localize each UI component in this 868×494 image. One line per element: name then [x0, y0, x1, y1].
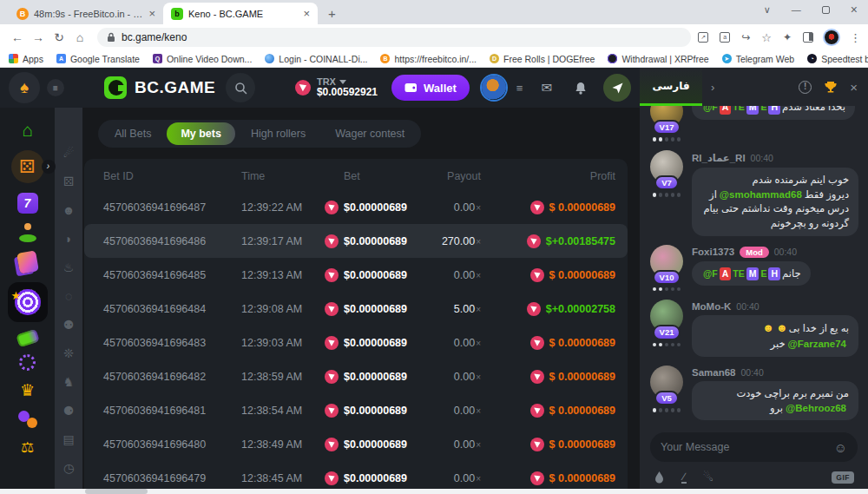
bookmark-item[interactable]: ➤ Telegram Web	[722, 54, 795, 64]
table-row[interactable]: 45706036941696485 12:39:13 AM $0.0000068…	[84, 258, 628, 292]
bookmark-item[interactable]: D Free Rolls | DOGEfree	[490, 54, 595, 64]
bell-icon[interactable]	[575, 82, 587, 95]
table-row[interactable]: 45706036941696484 12:39:08 AM $0.0000068…	[84, 292, 628, 326]
tab-close-icon[interactable]: ×	[303, 7, 310, 20]
bookmark-item[interactable]: Q Online Video Down...	[153, 54, 252, 64]
browser-tab-freebitco[interactable]: B 48m:9s - FreeBitco.in - Win free l ×	[9, 3, 163, 24]
translate-icon[interactable]: a	[720, 32, 730, 43]
browser-menu-icon[interactable]: ⋮	[850, 31, 861, 44]
bookmark-item[interactable]: ◔ Speedtest by Ookla...	[807, 54, 868, 64]
bookmark-item[interactable]: A Google Translate	[56, 54, 140, 64]
chat-username[interactable]: Foxi1373	[692, 247, 734, 257]
splash-icon[interactable]: ♨	[63, 260, 75, 274]
bomb-icon[interactable]: ⚈	[63, 404, 75, 418]
horizontal-scrollbar[interactable]	[0, 489, 868, 494]
chat-toggle-button[interactable]	[603, 74, 631, 102]
chat-username[interactable]: Saman68	[692, 367, 736, 378]
table-row[interactable]: 45706036941696482 12:38:59 AM $0.0000068…	[84, 359, 628, 393]
bookmark-item[interactable]: Login - COINALL-Di...	[265, 54, 367, 64]
user-mention-tiles[interactable]: @FATEMEH	[703, 267, 780, 280]
bookmark-star-icon[interactable]: ☆	[761, 31, 772, 44]
back-button[interactable]: ←	[7, 30, 28, 44]
table-row[interactable]: 45706036941696487 12:39:22 AM $0.0000068…	[84, 190, 628, 224]
tab-close-icon[interactable]: ×	[148, 7, 155, 20]
reload-button[interactable]: ↻	[49, 30, 69, 44]
slash-command-icon[interactable]: ∕	[681, 471, 687, 484]
gif-button[interactable]: GIF	[832, 471, 854, 484]
user-mention[interactable]: @Farzane74	[788, 339, 846, 349]
dice-icon[interactable]: ⚄	[63, 175, 74, 188]
spin-ring-icon[interactable]	[19, 354, 36, 371]
egg-icon[interactable]: ⚉	[63, 318, 75, 332]
spade-icon[interactable]: ♠	[9, 72, 40, 103]
wallet-button[interactable]: Wallet	[391, 75, 470, 101]
knight-icon[interactable]: ♞	[63, 375, 75, 389]
emoji-picker-icon[interactable]: ☺	[834, 440, 847, 455]
forward-button[interactable]: →	[28, 30, 49, 44]
extensions-puzzle-icon[interactable]: ✦	[783, 31, 792, 43]
sidebar-toggle-icon[interactable]	[803, 32, 813, 43]
table-row[interactable]: 45706036941696481 12:38:54 AM $0.0000068…	[84, 393, 628, 427]
tab-wager-contest[interactable]: Wager contest	[321, 122, 418, 145]
user-mention[interactable]: @Behrooz68	[786, 403, 846, 413]
browser-profile-avatar[interactable]	[825, 30, 838, 44]
comet-icon[interactable]: ☄	[63, 146, 75, 160]
games-icon[interactable]	[17, 410, 38, 429]
chat-message-input[interactable]	[661, 441, 834, 453]
expand-chevron-icon[interactable]: ›	[42, 160, 56, 174]
chat-username[interactable]: RI_عماد_RI	[692, 152, 746, 164]
minimize-button[interactable]: —	[792, 4, 801, 15]
live-casino-icon[interactable]	[17, 223, 38, 242]
currency-selector[interactable]: TRX $0.00592921	[295, 76, 378, 99]
browser-tab-keno[interactable]: b Keno - BC.GAME ×	[163, 3, 318, 24]
chat-language-tab[interactable]: فارسی	[640, 68, 702, 106]
account-menu-icon[interactable]: ≡	[516, 82, 523, 95]
vip-crown-icon[interactable]: ♛	[20, 380, 35, 400]
open-in-window-icon[interactable]: ↗	[698, 32, 708, 43]
rain-drop-icon[interactable]	[654, 471, 665, 484]
tab-my-bets[interactable]: My bets	[167, 122, 235, 145]
table-row[interactable]: 45706036941696483 12:39:03 AM $0.0000068…	[84, 326, 628, 359]
tab-high-rollers[interactable]: High rollers	[237, 122, 319, 145]
chat-username[interactable]: MoMo-K	[692, 301, 731, 312]
chat-close-icon[interactable]: ×	[850, 80, 858, 95]
home-button[interactable]: ⌂	[69, 30, 90, 44]
whale-icon[interactable]: ◗	[65, 232, 72, 246]
casino-dice-icon[interactable]: ⚄›	[11, 150, 44, 183]
tab-all-bets[interactable]: All Bets	[101, 122, 165, 145]
slots-icon[interactable]: 7	[17, 193, 38, 214]
coin-drop-icon[interactable]: ☄	[703, 471, 713, 484]
cards-icon[interactable]: ▤	[62, 432, 74, 446]
ticket-icon[interactable]	[16, 329, 39, 348]
home-icon[interactable]: ⌂	[22, 120, 33, 141]
trophy-icon[interactable]	[824, 81, 838, 94]
table-row[interactable]: 45706036941696486 12:39:17 AM $0.0000068…	[84, 224, 628, 258]
new-tab-button[interactable]: +	[328, 6, 336, 21]
keno-active-icon[interactable]: ★	[8, 282, 48, 322]
monkey-icon[interactable]: ☻	[62, 203, 76, 217]
scrollbar-thumb[interactable]	[85, 489, 148, 494]
cards-icon[interactable]	[16, 250, 39, 273]
user-avatar[interactable]	[482, 76, 506, 100]
bookmark-item[interactable]: Withdrawal | XRPfree	[608, 54, 708, 64]
table-row[interactable]: 45706036941696480 12:38:49 AM $0.0000068…	[84, 427, 628, 461]
user-mention-tiles[interactable]: @FATEMEH	[703, 106, 780, 115]
search-button[interactable]	[226, 73, 255, 102]
mail-icon[interactable]: ✉	[541, 80, 552, 96]
bookmark-item[interactable]: Apps	[9, 54, 43, 64]
collapse-menu-icon[interactable]: ≡	[47, 79, 64, 96]
bcgame-logo[interactable]: BC.GAME	[104, 76, 215, 99]
share-icon[interactable]: ↪	[741, 31, 750, 43]
affiliate-scales-icon[interactable]: ⚖	[21, 438, 34, 457]
chevron-right-icon[interactable]: ›	[711, 81, 714, 94]
timer-icon[interactable]: ◷	[63, 461, 74, 475]
tab-search-icon[interactable]: ∨	[764, 4, 771, 16]
chat-rules-info-icon[interactable]: !	[799, 81, 812, 94]
ring-icon[interactable]: ◌	[65, 289, 72, 303]
restore-button[interactable]	[822, 6, 830, 14]
flower-icon[interactable]: ❊	[63, 346, 74, 360]
bookmark-item[interactable]: B https://freebitco.in/...	[380, 54, 477, 64]
address-bar[interactable]: bc.game/keno	[97, 28, 691, 47]
window-close-button[interactable]: ×	[851, 3, 858, 16]
user-mention[interactable]: @smohammad68	[720, 189, 802, 200]
